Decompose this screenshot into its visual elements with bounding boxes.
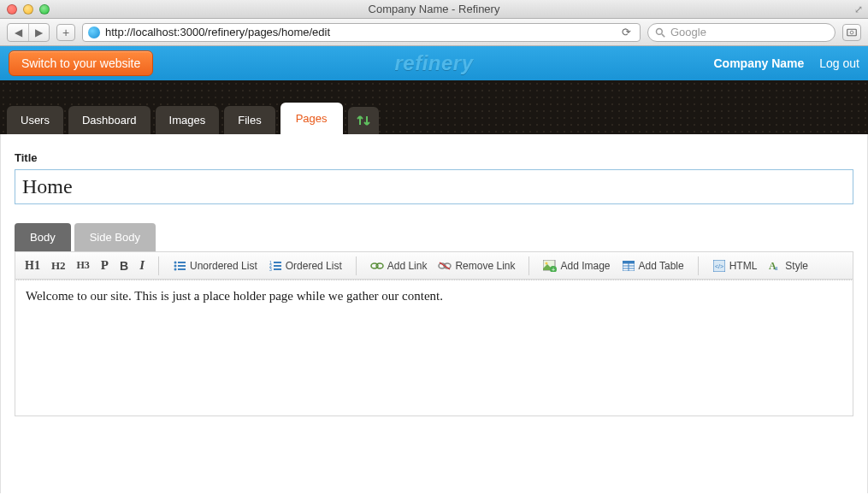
tab-users[interactable]: Users xyxy=(7,106,63,134)
search-placeholder: Google xyxy=(670,26,706,38)
style-icon: Aa xyxy=(768,259,782,273)
forward-button[interactable]: ▶ xyxy=(28,24,49,41)
html-button[interactable]: </> HTML xyxy=(708,256,762,275)
svg-rect-7 xyxy=(178,265,186,267)
tab-images[interactable]: Images xyxy=(156,106,220,134)
svg-rect-2 xyxy=(847,29,857,36)
svg-text:3: 3 xyxy=(269,267,272,271)
body-tab[interactable]: Body xyxy=(15,223,71,251)
main-nav: Users Dashboard Images Files Pages xyxy=(0,80,868,134)
page-editor: Title Body Side Body H1 H2 H3 P B I Unor… xyxy=(0,134,868,493)
title-input[interactable] xyxy=(15,169,853,204)
toolbar-separator xyxy=(698,256,699,275)
unordered-list-button[interactable]: Unordered List xyxy=(168,256,262,275)
add-bookmark-button[interactable]: + xyxy=(56,24,75,41)
app-header: Switch to your website refinery Company … xyxy=(0,46,868,80)
site-icon xyxy=(88,27,100,38)
svg-text:a: a xyxy=(775,264,778,272)
reload-button[interactable]: ⟳ xyxy=(617,24,635,41)
editor-text: Welcome to our site. This is just a plac… xyxy=(26,289,443,303)
svg-point-8 xyxy=(174,268,177,270)
toolbar-separator xyxy=(528,256,529,275)
heading3-button[interactable]: H3 xyxy=(73,256,94,274)
svg-rect-5 xyxy=(178,262,186,263)
reorder-pages-button[interactable] xyxy=(348,107,379,134)
heading2-button[interactable]: H2 xyxy=(47,256,70,275)
image-icon: + xyxy=(543,259,557,273)
svg-point-0 xyxy=(657,28,663,34)
bold-button[interactable]: B xyxy=(115,256,133,275)
browser-search[interactable]: Google xyxy=(647,23,836,42)
company-name-link[interactable]: Company Name xyxy=(713,56,804,70)
back-button[interactable]: ◀ xyxy=(8,24,28,41)
refinery-logo: refinery xyxy=(394,51,473,75)
svg-line-1 xyxy=(662,33,664,36)
svg-rect-15 xyxy=(274,268,281,270)
italic-button[interactable]: I xyxy=(135,256,149,275)
add-link-button[interactable]: Add Link xyxy=(366,256,432,275)
html-icon: </> xyxy=(712,259,726,273)
add-image-button[interactable]: + Add Image xyxy=(539,256,614,275)
editor-content-area[interactable]: Welcome to our site. This is just a plac… xyxy=(15,280,853,416)
svg-point-4 xyxy=(174,261,177,263)
toolbar-separator xyxy=(158,256,159,275)
tab-files[interactable]: Files xyxy=(224,106,275,134)
add-table-button[interactable]: Add Table xyxy=(617,256,688,275)
svg-point-3 xyxy=(850,31,853,34)
remove-link-button[interactable]: Remove Link xyxy=(434,256,519,275)
svg-point-6 xyxy=(174,264,177,267)
paragraph-button[interactable]: P xyxy=(97,256,113,275)
numbered-list-icon: 123 xyxy=(269,259,282,273)
style-button[interactable]: Aa Style xyxy=(764,256,812,275)
svg-text:+: + xyxy=(552,266,555,272)
side-body-tab[interactable]: Side Body xyxy=(74,223,156,251)
svg-rect-30 xyxy=(623,261,635,263)
browser-toolbar: ◀ ▶ + http://localhost:3000/refinery/pag… xyxy=(0,19,868,46)
url-bar[interactable]: http://localhost:3000/refinery/pages/hom… xyxy=(82,23,641,42)
tab-pages[interactable]: Pages xyxy=(280,103,343,134)
bookmarks-button[interactable] xyxy=(842,24,861,41)
bullet-list-icon xyxy=(173,259,186,273)
svg-rect-11 xyxy=(274,262,281,263)
ordered-list-button[interactable]: 123 Ordered List xyxy=(264,256,346,275)
heading1-button[interactable]: H1 xyxy=(21,256,44,275)
title-label: Title xyxy=(15,151,853,164)
svg-rect-9 xyxy=(178,268,186,270)
reorder-icon xyxy=(357,115,370,127)
fullscreen-icon[interactable]: ⤢ xyxy=(854,3,863,15)
editor-toolbar: H1 H2 H3 P B I Unordered List 123 Ordere… xyxy=(15,251,853,280)
window-title: Company Name - Refinery xyxy=(0,3,868,15)
unlink-icon xyxy=(438,259,452,273)
switch-to-website-button[interactable]: Switch to your website xyxy=(9,50,153,76)
logout-link[interactable]: Log out xyxy=(819,56,859,70)
url-text: http://localhost:3000/refinery/pages/hom… xyxy=(105,26,330,38)
svg-point-17 xyxy=(376,263,383,268)
table-icon xyxy=(622,259,635,273)
toolbar-separator xyxy=(356,256,357,275)
link-icon xyxy=(370,259,384,273)
svg-text:</>: </> xyxy=(715,263,723,269)
window-titlebar: Company Name - Refinery ⤢ xyxy=(0,0,868,19)
svg-rect-13 xyxy=(274,265,281,267)
tab-dashboard[interactable]: Dashboard xyxy=(68,106,151,134)
